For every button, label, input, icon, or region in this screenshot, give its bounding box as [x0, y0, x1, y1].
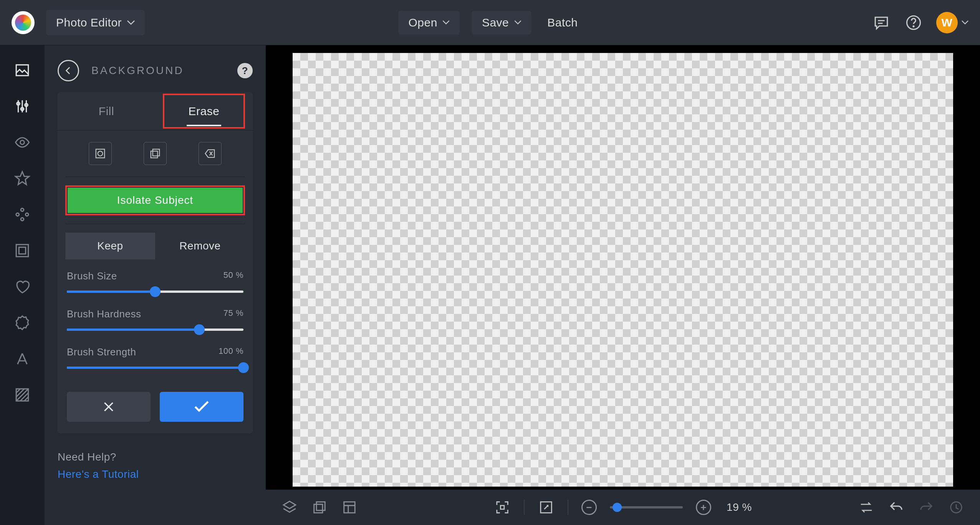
slider-thumb[interactable] — [238, 362, 249, 373]
rail-heart-icon[interactable] — [13, 277, 32, 296]
avatar: W — [936, 12, 958, 33]
help-icon[interactable] — [904, 13, 923, 32]
comments-icon[interactable] — [872, 13, 891, 32]
app-logo[interactable] — [12, 11, 35, 34]
save-button[interactable]: Save — [472, 11, 531, 35]
back-button[interactable] — [58, 60, 79, 81]
tab-erase[interactable]: Erase — [155, 92, 253, 130]
panel-card: Fill Erase — [58, 92, 253, 433]
svg-point-1 — [913, 26, 914, 26]
compare-icon[interactable] — [311, 499, 328, 516]
history-icon[interactable] — [948, 499, 965, 516]
svg-point-10 — [21, 218, 24, 221]
help-question: Need Help? — [58, 449, 253, 466]
svg-point-6 — [20, 140, 25, 145]
rail-image-icon[interactable] — [13, 61, 32, 80]
canvas-transparent-bg[interactable] — [293, 53, 953, 487]
brush-size-value: 50 % — [223, 270, 243, 282]
chevron-down-icon — [127, 20, 135, 25]
bottom-bar: − + 19 % — [266, 490, 980, 525]
svg-rect-21 — [500, 505, 504, 509]
logo-wheel-icon — [15, 15, 31, 31]
avatar-initial: W — [942, 16, 953, 29]
rail-adjustments-icon[interactable] — [13, 97, 32, 116]
slider-thumb[interactable] — [194, 324, 205, 335]
bottom-bar-right — [858, 499, 965, 516]
apply-button[interactable] — [160, 392, 243, 422]
svg-rect-11 — [16, 244, 28, 257]
slider-thumb[interactable] — [612, 503, 622, 512]
actual-size-icon[interactable] — [538, 499, 555, 516]
undo-icon[interactable] — [888, 499, 905, 516]
keep-button[interactable]: Keep — [65, 233, 155, 259]
slider-brush-strength: Brush Strength 100 % — [67, 346, 243, 373]
panel-header: BACKGROUND ? — [58, 60, 253, 81]
zoom-out-button[interactable]: − — [581, 500, 597, 515]
rail-frame-icon[interactable] — [13, 241, 32, 260]
brush-hardness-slider[interactable] — [67, 324, 243, 335]
svg-rect-19 — [316, 502, 325, 510]
open-button[interactable]: Open — [399, 11, 460, 35]
brush-hardness-label: Brush Hardness — [67, 308, 141, 320]
zoom-in-button[interactable]: + — [696, 500, 711, 515]
keep-label: Keep — [97, 240, 123, 252]
svg-rect-17 — [153, 149, 160, 156]
rail-eye-icon[interactable] — [13, 133, 32, 152]
check-icon — [194, 401, 209, 413]
batch-button[interactable]: Batch — [543, 11, 581, 35]
zoom-value: 19 % — [727, 501, 752, 513]
app-title-dropdown[interactable]: Photo Editor — [46, 10, 145, 35]
svg-point-15 — [98, 151, 103, 156]
save-label: Save — [482, 16, 509, 29]
keep-remove-toggle: Keep Remove — [65, 233, 245, 259]
brush-strength-slider[interactable] — [67, 362, 243, 373]
isolate-subject-wrap: Isolate Subject — [65, 185, 245, 215]
isolate-subject-label: Isolate Subject — [117, 194, 194, 206]
svg-point-7 — [21, 208, 24, 211]
rail-star-icon[interactable] — [13, 169, 32, 188]
svg-rect-12 — [19, 247, 26, 254]
rail-texture-icon[interactable] — [13, 385, 32, 404]
zoom-slider[interactable] — [610, 506, 683, 508]
brush-size-slider[interactable] — [67, 286, 243, 297]
tool-target-icon[interactable] — [89, 142, 112, 165]
redo-icon[interactable] — [918, 499, 935, 516]
fit-screen-icon[interactable] — [494, 499, 511, 516]
canvas-area: − + 19 % — [266, 45, 980, 525]
user-menu[interactable]: W — [936, 12, 968, 33]
rail-text-icon[interactable] — [13, 349, 32, 368]
isolate-subject-button[interactable]: Isolate Subject — [68, 188, 243, 213]
panel-title: BACKGROUND — [91, 64, 184, 77]
divider — [65, 224, 245, 224]
svg-rect-16 — [151, 151, 158, 158]
shuffle-icon[interactable] — [858, 499, 875, 516]
slider-thumb[interactable] — [150, 286, 161, 297]
tab-fill[interactable]: Fill — [58, 92, 155, 130]
rail-badge-icon[interactable] — [13, 313, 32, 332]
svg-rect-14 — [96, 149, 105, 158]
layers-icon[interactable] — [281, 499, 298, 516]
remove-button[interactable]: Remove — [155, 233, 245, 259]
slider-brush-size: Brush Size 50 % — [67, 270, 243, 297]
topbar: Photo Editor Open Save Batch — [0, 0, 980, 45]
tab-erase-label: Erase — [189, 105, 220, 118]
bottom-bar-center: − + 19 % — [494, 499, 752, 516]
close-icon — [103, 401, 115, 413]
main: BACKGROUND ? Fill Erase — [0, 45, 980, 525]
svg-point-9 — [25, 213, 28, 216]
open-label: Open — [409, 16, 437, 29]
left-rail — [0, 45, 45, 525]
rail-dots-icon[interactable] — [13, 205, 32, 224]
topbar-right: W — [872, 12, 968, 33]
cancel-button[interactable] — [67, 392, 151, 422]
tool-delete-icon[interactable] — [199, 142, 222, 165]
panel-help-icon[interactable]: ? — [237, 63, 253, 78]
layout-icon[interactable] — [341, 499, 358, 516]
chevron-down-icon — [962, 20, 968, 25]
chevron-down-icon — [514, 20, 521, 25]
topbar-center: Open Save Batch — [399, 11, 582, 35]
tool-icon-row — [65, 130, 245, 177]
tool-layers-icon[interactable] — [144, 142, 167, 165]
confirm-row — [67, 392, 243, 422]
help-tutorial-link[interactable]: Here's a Tutorial — [58, 466, 253, 483]
